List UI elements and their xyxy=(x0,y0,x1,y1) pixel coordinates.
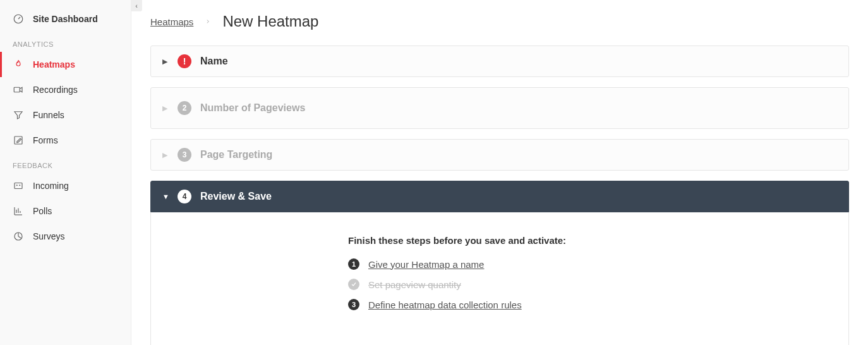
step-title: Name xyxy=(200,56,228,67)
sidebar-item-label: Site Dashboard xyxy=(33,14,98,24)
checklist-link-rules[interactable]: Define heatmap data collection rules xyxy=(368,300,522,310)
bar-chart-icon xyxy=(13,205,24,217)
svg-point-4 xyxy=(16,185,17,186)
caret-right-icon: ▶ xyxy=(162,151,169,159)
checklist-item-name: 1 Give your Heatmap a name xyxy=(348,258,651,270)
chevron-left-icon: ‹ xyxy=(135,2,138,9)
video-icon xyxy=(13,84,24,95)
checklist-link-name[interactable]: Give your Heatmap a name xyxy=(368,259,484,270)
step-targeting-header[interactable]: ▶ 3 Page Targeting xyxy=(151,140,848,170)
step-number-badge: 4 xyxy=(178,190,191,203)
sidebar-item-label: Incoming xyxy=(33,181,69,191)
chevron-right-icon xyxy=(205,16,211,27)
sidebar-collapse-toggle[interactable]: ‹ xyxy=(131,0,142,11)
flame-icon xyxy=(13,59,24,70)
breadcrumb-root-link[interactable]: Heatmaps xyxy=(150,16,193,27)
wizard-steps: ▶ ! Name ▶ 2 Number of Pageviews ▶ 3 Pag xyxy=(150,45,849,345)
sidebar-item-label: Funnels xyxy=(33,110,64,120)
sidebar-item-dashboard[interactable]: Site Dashboard xyxy=(0,6,131,32)
svg-rect-1 xyxy=(14,87,20,92)
step-title: Page Targeting xyxy=(200,149,272,160)
sidebar-item-label: Surveys xyxy=(33,231,65,241)
review-checklist: 1 Give your Heatmap a name Set pageview … xyxy=(348,258,651,310)
page-title: New Heatmap xyxy=(222,13,318,30)
check-done-icon xyxy=(348,279,359,290)
funnel-icon xyxy=(13,109,24,121)
review-heading: Finish these steps before you save and a… xyxy=(348,235,651,246)
step-name: ▶ ! Name xyxy=(150,45,849,77)
checklist-item-pageviews: Set pageview quantity xyxy=(348,279,651,290)
caret-right-icon: ▶ xyxy=(162,104,169,112)
step-targeting: ▶ 3 Page Targeting xyxy=(150,139,849,171)
sidebar-section-analytics: ANALYTICS xyxy=(0,32,131,52)
sidebar-item-forms[interactable]: Forms xyxy=(0,128,131,153)
step-pageviews-header[interactable]: ▶ 2 Number of Pageviews xyxy=(151,88,848,128)
step-name-header[interactable]: ▶ ! Name xyxy=(151,46,848,76)
sidebar-item-label: Heatmaps xyxy=(33,59,75,70)
sidebar-item-funnels[interactable]: Funnels xyxy=(0,102,131,128)
gauge-icon xyxy=(13,13,24,25)
checklist-link-pageviews: Set pageview quantity xyxy=(368,279,461,290)
caret-down-icon: ▼ xyxy=(162,193,169,200)
breadcrumb: Heatmaps New Heatmap xyxy=(150,13,849,30)
step-review-body: Finish these steps before you save and a… xyxy=(150,212,849,345)
checklist-step-badge: 1 xyxy=(348,258,359,270)
step-title: Number of Pageviews xyxy=(200,102,305,114)
alert-icon: ! xyxy=(178,54,191,68)
svg-rect-3 xyxy=(15,183,22,189)
step-review-header[interactable]: ▼ 4 Review & Save xyxy=(151,181,848,212)
sidebar-section-feedback: FEEDBACK xyxy=(0,153,131,173)
main-content: Heatmaps New Heatmap ▶ ! Name ▶ 2 Nu xyxy=(131,0,868,345)
step-review: ▼ 4 Review & Save Finish these steps bef… xyxy=(150,181,849,345)
sidebar-item-label: Polls xyxy=(33,206,52,216)
step-title: Review & Save xyxy=(200,191,272,202)
edit-icon xyxy=(13,135,24,146)
sidebar-item-surveys[interactable]: Surveys xyxy=(0,224,131,249)
sidebar-item-polls[interactable]: Polls xyxy=(0,198,131,224)
pie-icon xyxy=(13,231,24,242)
sidebar-item-heatmaps[interactable]: Heatmaps xyxy=(0,52,131,77)
sidebar-item-incoming[interactable]: Incoming xyxy=(0,173,131,198)
step-pageviews: ▶ 2 Number of Pageviews xyxy=(150,87,849,129)
sidebar-item-label: Recordings xyxy=(33,85,78,95)
sidebar: ‹ Site Dashboard ANALYTICS Heatmaps Reco… xyxy=(0,0,131,345)
svg-point-5 xyxy=(20,185,20,186)
step-number-badge: 2 xyxy=(178,101,191,115)
caret-right-icon: ▶ xyxy=(162,58,169,66)
sidebar-item-label: Forms xyxy=(33,135,58,145)
inbox-icon xyxy=(13,180,24,191)
step-number-badge: 3 xyxy=(178,148,191,162)
sidebar-item-recordings[interactable]: Recordings xyxy=(0,77,131,102)
checklist-item-rules: 3 Define heatmap data collection rules xyxy=(348,299,651,310)
checklist-step-badge: 3 xyxy=(348,299,359,310)
